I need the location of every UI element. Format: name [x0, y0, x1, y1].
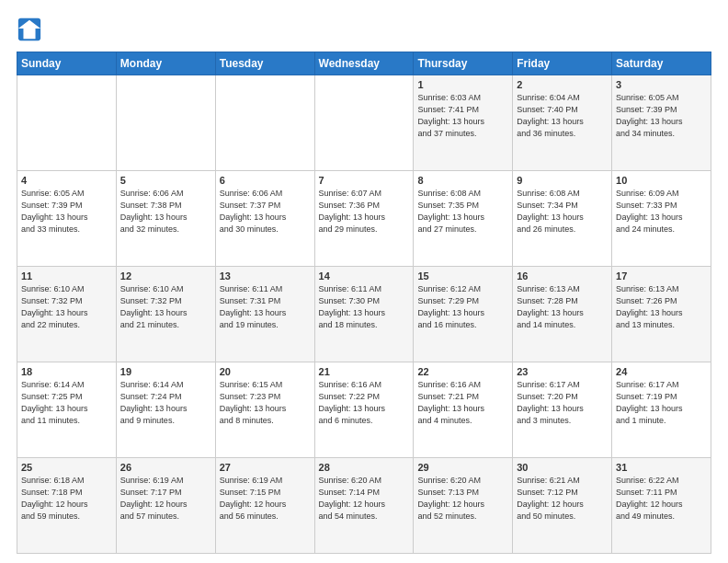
calendar-cell: 4Sunrise: 6:05 AM Sunset: 7:39 PM Daylig…	[17, 171, 117, 267]
logo-icon	[17, 17, 42, 42]
calendar-cell: 25Sunrise: 6:18 AM Sunset: 7:18 PM Dayli…	[17, 458, 117, 554]
calendar-cell	[314, 75, 414, 171]
weekday-header-monday: Monday	[116, 52, 215, 75]
day-number: 14	[319, 270, 410, 282]
calendar-cell: 10Sunrise: 6:09 AM Sunset: 7:33 PM Dayli…	[612, 171, 711, 267]
calendar-cell: 2Sunrise: 6:04 AM Sunset: 7:40 PM Daylig…	[513, 75, 612, 171]
calendar-cell: 26Sunrise: 6:19 AM Sunset: 7:17 PM Dayli…	[116, 458, 215, 554]
day-number: 4	[21, 175, 112, 186]
day-info: Sunrise: 6:05 AM Sunset: 7:39 PM Dayligh…	[21, 188, 112, 236]
weekday-header-sunday: Sunday	[17, 52, 117, 75]
day-info: Sunrise: 6:22 AM Sunset: 7:11 PM Dayligh…	[616, 475, 707, 523]
day-info: Sunrise: 6:14 AM Sunset: 7:24 PM Dayligh…	[120, 379, 211, 427]
calendar-cell: 13Sunrise: 6:11 AM Sunset: 7:31 PM Dayli…	[215, 267, 314, 362]
day-number: 10	[616, 175, 707, 186]
weekday-header-row: SundayMondayTuesdayWednesdayThursdayFrid…	[17, 52, 711, 75]
day-info: Sunrise: 6:08 AM Sunset: 7:34 PM Dayligh…	[517, 188, 608, 236]
calendar-cell: 18Sunrise: 6:14 AM Sunset: 7:25 PM Dayli…	[17, 362, 117, 458]
calendar-cell: 20Sunrise: 6:15 AM Sunset: 7:23 PM Dayli…	[215, 362, 314, 458]
day-number: 16	[517, 270, 608, 282]
day-info: Sunrise: 6:03 AM Sunset: 7:41 PM Dayligh…	[417, 92, 508, 140]
day-number: 27	[220, 462, 311, 473]
day-info: Sunrise: 6:10 AM Sunset: 7:32 PM Dayligh…	[120, 283, 211, 331]
weekday-header-friday: Friday	[513, 52, 612, 75]
calendar-cell: 11Sunrise: 6:10 AM Sunset: 7:32 PM Dayli…	[17, 267, 117, 362]
calendar-cell	[17, 75, 117, 171]
calendar-cell: 7Sunrise: 6:07 AM Sunset: 7:36 PM Daylig…	[314, 171, 414, 267]
day-number: 8	[417, 175, 508, 186]
day-info: Sunrise: 6:11 AM Sunset: 7:30 PM Dayligh…	[319, 283, 410, 331]
calendar-cell	[215, 75, 314, 171]
calendar-week-row: 4Sunrise: 6:05 AM Sunset: 7:39 PM Daylig…	[17, 171, 711, 267]
day-info: Sunrise: 6:16 AM Sunset: 7:22 PM Dayligh…	[319, 379, 410, 427]
calendar-cell: 12Sunrise: 6:10 AM Sunset: 7:32 PM Dayli…	[116, 267, 215, 362]
weekday-header-tuesday: Tuesday	[215, 52, 314, 75]
calendar-cell: 24Sunrise: 6:17 AM Sunset: 7:19 PM Dayli…	[612, 362, 711, 458]
day-info: Sunrise: 6:11 AM Sunset: 7:31 PM Dayligh…	[220, 283, 311, 331]
day-number: 2	[517, 79, 608, 90]
day-info: Sunrise: 6:18 AM Sunset: 7:18 PM Dayligh…	[21, 475, 112, 523]
day-number: 28	[319, 462, 410, 473]
calendar-week-row: 18Sunrise: 6:14 AM Sunset: 7:25 PM Dayli…	[17, 362, 711, 458]
day-number: 3	[616, 79, 707, 90]
calendar-cell: 8Sunrise: 6:08 AM Sunset: 7:35 PM Daylig…	[414, 171, 513, 267]
calendar-cell: 6Sunrise: 6:06 AM Sunset: 7:37 PM Daylig…	[215, 171, 314, 267]
day-info: Sunrise: 6:04 AM Sunset: 7:40 PM Dayligh…	[517, 92, 608, 140]
day-number: 20	[220, 366, 311, 377]
calendar-cell: 30Sunrise: 6:21 AM Sunset: 7:12 PM Dayli…	[513, 458, 612, 554]
calendar-cell: 27Sunrise: 6:19 AM Sunset: 7:15 PM Dayli…	[215, 458, 314, 554]
calendar-cell: 9Sunrise: 6:08 AM Sunset: 7:34 PM Daylig…	[513, 171, 612, 267]
day-number: 5	[120, 175, 211, 186]
day-number: 29	[417, 462, 508, 473]
day-info: Sunrise: 6:16 AM Sunset: 7:21 PM Dayligh…	[417, 379, 508, 427]
day-info: Sunrise: 6:05 AM Sunset: 7:39 PM Dayligh…	[616, 92, 707, 140]
day-number: 19	[120, 366, 211, 377]
calendar-cell: 22Sunrise: 6:16 AM Sunset: 7:21 PM Dayli…	[414, 362, 513, 458]
day-info: Sunrise: 6:17 AM Sunset: 7:19 PM Dayligh…	[616, 379, 707, 427]
day-info: Sunrise: 6:15 AM Sunset: 7:23 PM Dayligh…	[220, 379, 311, 427]
calendar-week-row: 11Sunrise: 6:10 AM Sunset: 7:32 PM Dayli…	[17, 267, 711, 362]
page: SundayMondayTuesdayWednesdayThursdayFrid…	[0, 0, 728, 563]
weekday-header-thursday: Thursday	[414, 52, 513, 75]
day-number: 9	[517, 175, 608, 186]
calendar-cell: 5Sunrise: 6:06 AM Sunset: 7:38 PM Daylig…	[116, 171, 215, 267]
day-number: 11	[21, 270, 112, 282]
day-number: 7	[319, 175, 410, 186]
calendar-cell: 16Sunrise: 6:13 AM Sunset: 7:28 PM Dayli…	[513, 267, 612, 362]
day-info: Sunrise: 6:06 AM Sunset: 7:38 PM Dayligh…	[120, 188, 211, 236]
calendar-cell: 21Sunrise: 6:16 AM Sunset: 7:22 PM Dayli…	[314, 362, 414, 458]
day-number: 15	[417, 270, 508, 282]
day-info: Sunrise: 6:07 AM Sunset: 7:36 PM Dayligh…	[319, 188, 410, 236]
day-info: Sunrise: 6:19 AM Sunset: 7:15 PM Dayligh…	[220, 475, 311, 523]
day-info: Sunrise: 6:13 AM Sunset: 7:26 PM Dayligh…	[616, 283, 707, 331]
day-number: 23	[517, 366, 608, 377]
calendar-cell: 19Sunrise: 6:14 AM Sunset: 7:24 PM Dayli…	[116, 362, 215, 458]
day-info: Sunrise: 6:10 AM Sunset: 7:32 PM Dayligh…	[21, 283, 112, 331]
calendar-cell: 3Sunrise: 6:05 AM Sunset: 7:39 PM Daylig…	[612, 75, 711, 171]
day-number: 1	[417, 79, 508, 90]
day-info: Sunrise: 6:12 AM Sunset: 7:29 PM Dayligh…	[417, 283, 508, 331]
day-number: 24	[616, 366, 707, 377]
day-number: 26	[120, 462, 211, 473]
day-info: Sunrise: 6:21 AM Sunset: 7:12 PM Dayligh…	[517, 475, 608, 523]
calendar-cell: 29Sunrise: 6:20 AM Sunset: 7:13 PM Dayli…	[414, 458, 513, 554]
day-number: 13	[220, 270, 311, 282]
day-info: Sunrise: 6:17 AM Sunset: 7:20 PM Dayligh…	[517, 379, 608, 427]
day-number: 30	[517, 462, 608, 473]
header	[17, 17, 711, 42]
day-number: 21	[319, 366, 410, 377]
calendar-week-row: 25Sunrise: 6:18 AM Sunset: 7:18 PM Dayli…	[17, 458, 711, 554]
calendar-cell: 15Sunrise: 6:12 AM Sunset: 7:29 PM Dayli…	[414, 267, 513, 362]
day-info: Sunrise: 6:20 AM Sunset: 7:14 PM Dayligh…	[319, 475, 410, 523]
weekday-header-saturday: Saturday	[612, 52, 711, 75]
calendar-cell: 23Sunrise: 6:17 AM Sunset: 7:20 PM Dayli…	[513, 362, 612, 458]
day-number: 18	[21, 366, 112, 377]
day-number: 17	[616, 270, 707, 282]
day-number: 12	[120, 270, 211, 282]
calendar-cell: 31Sunrise: 6:22 AM Sunset: 7:11 PM Dayli…	[612, 458, 711, 554]
weekday-header-wednesday: Wednesday	[314, 52, 414, 75]
calendar-cell: 14Sunrise: 6:11 AM Sunset: 7:30 PM Dayli…	[314, 267, 414, 362]
calendar-cell: 1Sunrise: 6:03 AM Sunset: 7:41 PM Daylig…	[414, 75, 513, 171]
day-info: Sunrise: 6:13 AM Sunset: 7:28 PM Dayligh…	[517, 283, 608, 331]
day-info: Sunrise: 6:14 AM Sunset: 7:25 PM Dayligh…	[21, 379, 112, 427]
